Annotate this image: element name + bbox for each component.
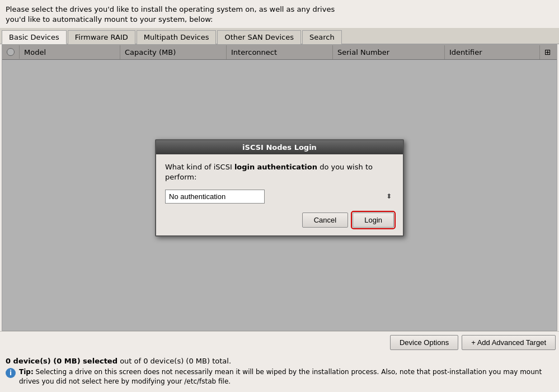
tab-search[interactable]: Search [302,30,342,44]
modal-overlay: iSCSI Nodes Login What kind of iSCSI log… [2,45,557,330]
tabs-bar: Basic Devices Firmware RAID Multipath De… [0,28,559,44]
tip-label: Tip: [19,368,34,376]
question-bold-login: login [234,163,255,171]
device-table-area: Model Capacity (MB) Interconnect Serial … [2,44,557,331]
auth-type-select[interactable]: No authentication CHAP authentication Mu… [165,190,265,204]
tab-basic-devices[interactable]: Basic Devices [2,30,67,44]
bottom-action-bar: Device Options Add Advanced Target [0,331,559,353]
cancel-button[interactable]: Cancel [302,212,348,228]
selected-count: 0 device(s) (0 MB) selected [6,357,118,365]
tab-multipath-devices[interactable]: Multipath Devices [137,30,217,44]
iscsi-login-dialog: iSCSI Nodes Login What kind of iSCSI log… [155,139,404,236]
tab-other-san-devices[interactable]: Other SAN Devices [217,30,301,44]
tip-content: Tip: Selecting a drive on this screen do… [19,367,553,386]
tip-row: i Tip: Selecting a drive on this screen … [6,367,553,386]
login-button[interactable]: Login [353,212,394,228]
tip-text: Selecting a drive on this screen does no… [19,368,542,385]
dialog-title: iSCSI Nodes Login [242,143,317,152]
dialog-body: What kind of iSCSI login authentication … [156,154,403,235]
tab-firmware-raid[interactable]: Firmware RAID [68,30,135,44]
status-suffix: out of 0 device(s) (0 MB) total. [118,357,231,365]
dialog-titlebar: iSCSI Nodes Login [156,140,403,154]
auth-select-wrapper: No authentication CHAP authentication Mu… [165,190,394,204]
header-line1: Please select the drives you'd like to i… [6,5,335,13]
dialog-buttons: Cancel Login [165,212,394,228]
device-options-button[interactable]: Device Options [390,335,458,350]
tip-icon: i [6,368,16,378]
header-line2: you'd like to automatically mount to you… [6,15,213,23]
dialog-question: What kind of iSCSI login authentication … [165,162,394,182]
add-advanced-target-button[interactable]: Add Advanced Target [462,335,556,350]
header-description: Please select the drives you'd like to i… [0,0,559,28]
question-bold-auth: authentication [257,163,317,171]
selection-status: 0 device(s) (0 MB) selected out of 0 dev… [6,357,553,365]
auth-select-row: No authentication CHAP authentication Mu… [165,190,394,204]
question-prefix: What kind of iSCSI [165,163,234,171]
footer-area: 0 device(s) (0 MB) selected out of 0 dev… [0,353,559,392]
main-container: Please select the drives you'd like to i… [0,0,559,392]
